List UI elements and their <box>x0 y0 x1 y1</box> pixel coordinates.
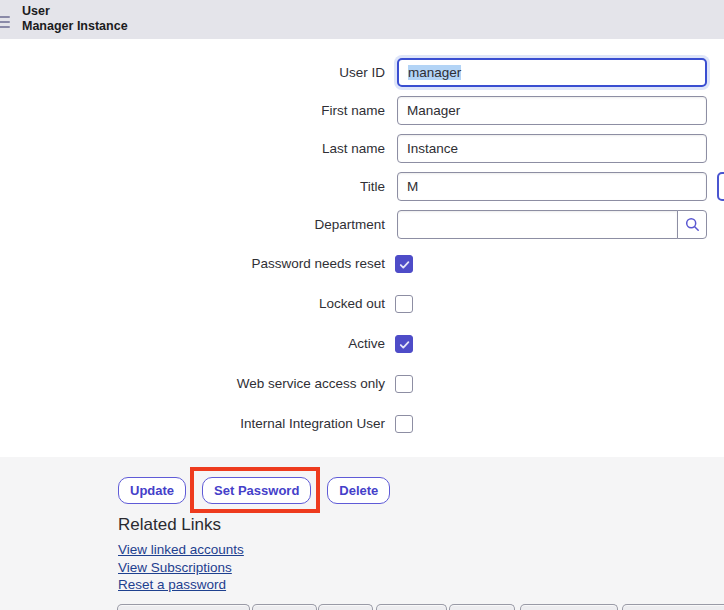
form-row-user-id: User IDmanager <box>0 58 724 87</box>
form-header: User Manager Instance <box>0 0 724 39</box>
update-button[interactable]: Update <box>118 477 186 504</box>
locked-out-label: Locked out <box>0 295 385 313</box>
related-list-tab-6[interactable] <box>520 604 618 610</box>
password-needs-reset-label: Password needs reset <box>0 255 385 273</box>
department-search-button[interactable] <box>677 210 707 239</box>
title-label: Title <box>0 172 385 201</box>
related-list-tab-4[interactable] <box>376 604 447 610</box>
related-list-tab-2[interactable] <box>252 604 317 610</box>
related-links-heading: Related Links <box>118 515 221 535</box>
department-input[interactable] <box>397 210 678 239</box>
first-name-input[interactable] <box>397 96 707 125</box>
checkmark-icon <box>398 258 411 271</box>
department-label: Department <box>0 210 385 239</box>
checkbox-row-internal-integration-user: Internal Integration User <box>0 415 724 433</box>
related-links-list: View linked accountsView SubscriptionsRe… <box>118 541 244 594</box>
search-icon <box>684 216 701 233</box>
user-id-input[interactable]: manager <box>397 58 707 87</box>
title-input[interactable] <box>397 172 707 201</box>
first-name-label: First name <box>0 96 385 125</box>
user-id-label: User ID <box>0 58 385 87</box>
related-list-tab-3[interactable] <box>318 604 373 610</box>
last-name-input[interactable] <box>397 134 707 163</box>
checkbox-row-active: Active <box>0 335 724 353</box>
reset-a-password-link[interactable]: Reset a password <box>118 576 244 594</box>
view-subscriptions-link[interactable]: View Subscriptions <box>118 559 244 577</box>
last-name-label: Last name <box>0 134 385 163</box>
title-reference-button[interactable] <box>717 172 724 201</box>
checkbox-row-web-service-access-only: Web service access only <box>0 375 724 393</box>
user-form-screen: User Manager Instance User IDmanagerFirs… <box>0 0 724 610</box>
related-list-tab-5[interactable] <box>449 604 515 610</box>
checkbox-row-locked-out: Locked out <box>0 295 724 313</box>
web-service-access-only-checkbox[interactable] <box>395 375 413 393</box>
action-buttons: UpdateSet PasswordDelete <box>118 477 390 504</box>
page-title-line1: User <box>22 4 128 19</box>
hamburger-menu-icon[interactable] <box>0 16 10 29</box>
related-list-tab-7[interactable] <box>622 604 724 610</box>
locked-out-checkbox[interactable] <box>395 295 413 313</box>
checkmark-icon <box>398 338 411 351</box>
page-title: User Manager Instance <box>22 4 128 33</box>
internal-integration-user-label: Internal Integration User <box>0 415 385 433</box>
form-footer: UpdateSet PasswordDelete Related Links V… <box>0 457 724 610</box>
internal-integration-user-checkbox[interactable] <box>395 415 413 433</box>
page-title-line2: Manager Instance <box>22 19 128 34</box>
form-row-title: Title <box>0 172 724 201</box>
form-row-last-name: Last name <box>0 134 724 163</box>
active-label: Active <box>0 335 385 353</box>
delete-button[interactable]: Delete <box>327 477 390 504</box>
related-list-tabs <box>0 604 724 610</box>
password-needs-reset-checkbox[interactable] <box>395 255 413 273</box>
view-linked-accounts-link[interactable]: View linked accounts <box>118 541 244 559</box>
form-row-first-name: First name <box>0 96 724 125</box>
set-password-button[interactable]: Set Password <box>202 477 311 504</box>
selected-text: manager <box>408 65 461 80</box>
checkbox-row-password-needs-reset: Password needs reset <box>0 255 724 273</box>
active-checkbox[interactable] <box>395 335 413 353</box>
related-list-tab-1[interactable] <box>117 604 250 610</box>
web-service-access-only-label: Web service access only <box>0 375 385 393</box>
form-row-department: Department <box>0 210 724 239</box>
